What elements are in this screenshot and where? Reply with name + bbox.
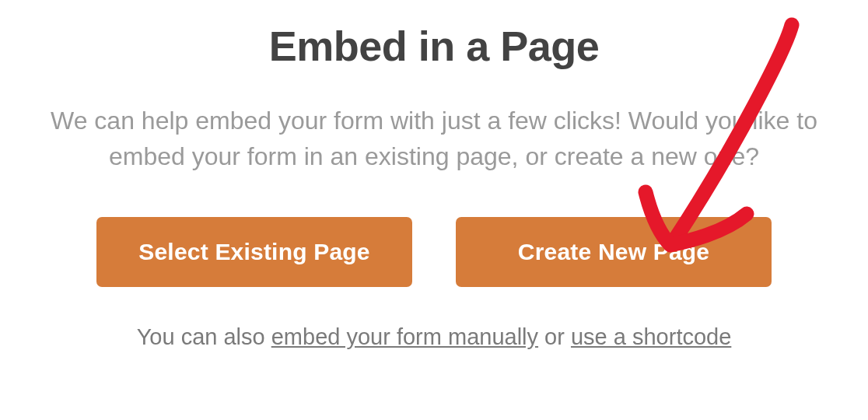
use-shortcode-link[interactable]: use a shortcode bbox=[571, 324, 731, 349]
button-row: Select Existing Page Create New Page bbox=[96, 217, 772, 287]
footer-middle: or bbox=[538, 324, 571, 349]
dialog-description: We can help embed your form with just a … bbox=[37, 103, 831, 175]
dialog-title: Embed in a Page bbox=[269, 22, 600, 70]
embed-dialog: Embed in a Page We can help embed your f… bbox=[0, 0, 868, 420]
select-existing-page-button[interactable]: Select Existing Page bbox=[96, 217, 412, 287]
create-new-page-button[interactable]: Create New Page bbox=[456, 217, 772, 287]
footer-text: You can also embed your form manually or… bbox=[137, 324, 732, 350]
footer-before: You can also bbox=[137, 324, 271, 349]
embed-manually-link[interactable]: embed your form manually bbox=[271, 324, 538, 349]
